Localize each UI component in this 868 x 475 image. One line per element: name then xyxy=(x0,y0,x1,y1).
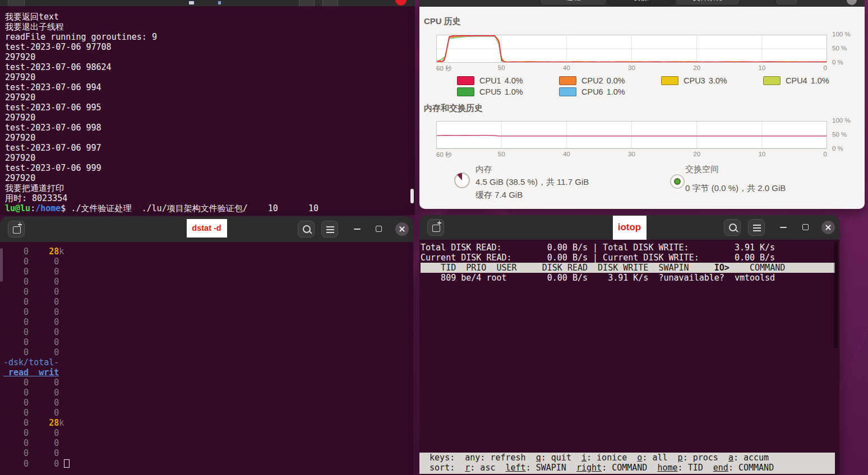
x-tick-label: 30 xyxy=(628,151,635,157)
cpu-color-swatch[interactable] xyxy=(457,87,474,96)
new-tab-button[interactable] xyxy=(8,0,25,6)
scrollbar-thumb[interactable] xyxy=(834,242,838,348)
iotop-output: Total DISK READ: 0.00 B/s | Total DISK W… xyxy=(421,243,839,283)
terminal-line: test-2023-07-06 997 xyxy=(5,143,410,153)
menu-button[interactable] xyxy=(748,219,765,236)
terminal-line: test-2023-07-06 999 xyxy=(5,163,410,173)
iotop-terminal-window[interactable]: iotop Total DISK READ: 0.00 B/s | Total … xyxy=(419,215,839,475)
x-tick-label: 40 xyxy=(563,151,570,157)
title-glyph xyxy=(218,1,221,4)
dstat-terminal-window[interactable]: dstat -d 0 28k 0 0 0 0 0 0 0 0 0 0 0 0 0… xyxy=(0,216,413,475)
terminal-line: test-2023-07-06 998 xyxy=(5,123,410,133)
terminal-line: 0 0 xyxy=(3,287,70,297)
terminal-line: read writ xyxy=(3,367,70,378)
iotop-keybar: keys: any: refresh q: quit i: ionice o: … xyxy=(419,453,835,474)
terminal-line: 0 0 xyxy=(3,337,70,347)
terminal-line: 0 28k xyxy=(3,246,70,257)
cpu-color-swatch[interactable] xyxy=(763,76,781,85)
minimize-button[interactable] xyxy=(780,227,787,228)
maximize-button[interactable] xyxy=(802,224,809,230)
terminal-line: Current DISK READ: 0.00 B/s | Current DI… xyxy=(421,253,839,263)
terminal-line: TID PRIO USER DISK READ DISK WRITE SWAPI… xyxy=(421,263,835,273)
terminal-line: 0 0 xyxy=(3,317,70,327)
search-button[interactable] xyxy=(724,219,741,236)
close-button[interactable] xyxy=(821,221,835,234)
menu-button[interactable] xyxy=(322,0,338,6)
cpu-history-title: CPU 历史 xyxy=(424,16,461,27)
terminal-line: 0 0 xyxy=(3,307,70,317)
terminal-line: -dsk/total- xyxy=(3,357,70,367)
terminal-line: 297920 xyxy=(5,92,410,103)
header-avatar[interactable] xyxy=(847,0,857,5)
memory-usage: 4.5 GiB (38.5 %)，共 11.7 GiB xyxy=(475,177,589,188)
x-tick-label: 50 xyxy=(498,151,505,157)
close-button[interactable] xyxy=(395,0,407,6)
window-title: iotop xyxy=(613,216,647,240)
cpu-legend-item: CPU61.0% xyxy=(559,87,661,97)
terminal-line: 我要退出子线程 xyxy=(5,22,410,32)
close-button[interactable] xyxy=(395,222,409,236)
cpu-color-swatch[interactable] xyxy=(661,76,678,85)
x-tick-label: 0 xyxy=(824,151,827,157)
terminal-line: test-2023-07-06 994 xyxy=(5,82,410,92)
search-button[interactable] xyxy=(298,221,315,238)
terminal-line: 297920 xyxy=(5,72,410,82)
cpu-legend: CPU14.0%CPU20.0%CPU33.0%CPU41.0%CPU51.0%… xyxy=(457,76,865,97)
cpu-legend-label: CPU6 xyxy=(581,87,603,96)
y-tick-label: 50 % xyxy=(832,131,847,138)
new-tab-button[interactable] xyxy=(427,219,444,236)
cpu-legend-value: 1.0% xyxy=(811,76,829,85)
dstat-titlebar[interactable]: dstat -d xyxy=(0,216,413,242)
tab-processes[interactable]: 进程 xyxy=(540,0,607,6)
terminal-window-main[interactable]: 我要返回text我要退出子线程readFile running goroutin… xyxy=(0,0,415,215)
terminal-line: keys: any: refresh q: quit i: ionice o: … xyxy=(419,453,835,463)
memory-label: 内存 xyxy=(475,164,492,175)
cpu-legend-label: CPU2 xyxy=(581,76,603,85)
iotop-process-rows: 809 be/4 root 0.00 B/s 3.91 K/s ?unavail… xyxy=(421,273,839,283)
terminal-line: 0 28k xyxy=(3,418,70,428)
cpu-legend-label: CPU3 xyxy=(684,76,705,85)
x-tick-label: 60 秒 xyxy=(436,151,452,159)
terminal-line: 809 be/4 root 0.00 B/s 3.91 K/s ?unavail… xyxy=(421,273,839,283)
maximize-button[interactable] xyxy=(376,226,382,232)
memory-y-axis: 100 %50 %0 % xyxy=(829,121,860,149)
terminal-line: 297920 xyxy=(5,173,410,183)
cpu-legend-label: CPU5 xyxy=(479,87,501,96)
iotop-titlebar[interactable]: iotop xyxy=(419,215,839,240)
terminal-line: 0 0 xyxy=(3,327,70,337)
x-tick-label: 50 xyxy=(498,64,505,71)
cpu-color-swatch[interactable] xyxy=(559,87,576,96)
terminal-line: 我要返回text xyxy=(5,12,410,22)
search-button[interactable] xyxy=(299,0,315,6)
terminal-main-titlebar[interactable] xyxy=(0,0,415,6)
memory-cache: 缓存 7.4 GiB xyxy=(475,190,523,201)
tab-resources[interactable]: 资源 xyxy=(608,0,674,6)
minimize-button[interactable] xyxy=(354,229,361,230)
tab-filesystems[interactable]: 文件系统 xyxy=(675,0,740,6)
swap-usage: 0 字节 (0.0 %)，共 2.0 GiB xyxy=(685,183,786,194)
desktop: 我要返回text我要退出子线程readFile running goroutin… xyxy=(0,0,868,475)
terminal-line: 297920 xyxy=(5,133,410,143)
terminal-line: 0 0 xyxy=(3,398,70,408)
cpu-color-swatch[interactable] xyxy=(457,76,474,85)
terminal-line: 0 0 xyxy=(3,297,70,307)
terminal-line: sort: r: asc left: SWAPIN right: COMMAND… xyxy=(419,463,835,473)
cpu-color-swatch[interactable] xyxy=(559,76,576,85)
terminal-output: 我要返回text我要退出子线程readFile running goroutin… xyxy=(5,12,410,213)
cpu-x-axis: 60 秒50403020100 xyxy=(436,64,827,72)
header-button[interactable] xyxy=(775,0,798,6)
new-tab-icon xyxy=(13,226,21,234)
terminal-line: 0 0 xyxy=(3,277,70,287)
scrollbar-thumb[interactable] xyxy=(0,248,3,282)
memory-pie-icon xyxy=(453,171,471,189)
menu-button[interactable] xyxy=(321,221,338,238)
new-tab-button[interactable] xyxy=(8,221,25,238)
swap-label: 交换空间 xyxy=(685,164,719,175)
system-monitor-window[interactable]: 进程 资源 文件系统 CPU 历史 60 秒50403020100 100 %5… xyxy=(419,0,865,209)
cpu-legend-item: CPU51.0% xyxy=(457,87,559,97)
terminal-line: 0 0 xyxy=(3,388,70,398)
cpu-legend-value: 3.0% xyxy=(709,76,727,85)
terminal-line: 297920 xyxy=(5,52,410,62)
search-icon xyxy=(303,225,311,233)
scrollbar-thumb[interactable] xyxy=(410,189,414,203)
